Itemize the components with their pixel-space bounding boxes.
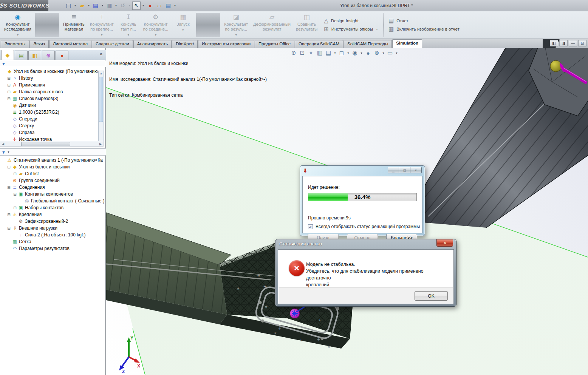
minimize-doc-icon[interactable]: — <box>569 40 577 46</box>
zoom-selection-icon[interactable]: ⌖ <box>307 49 315 56</box>
expand-toggle-icon[interactable]: ⊟ <box>7 213 11 217</box>
close-icon[interactable]: × <box>410 167 422 173</box>
expand-toggle-icon[interactable] <box>7 103 11 108</box>
select-arrow-icon[interactable]: ↖ <box>132 2 141 10</box>
deformed-result-button[interactable]: ▱ Деформированный результат <box>251 12 293 38</box>
sim-item-global-contact[interactable]: ◎ Глобальный контакт (-Связанные-) <box>1 198 105 204</box>
expand-toggle-icon[interactable]: ⊞ <box>13 172 17 176</box>
sim-item-fixtures[interactable]: ⊟ ⚠ Крепления <box>1 211 105 218</box>
include-image-in-report-button[interactable]: ▦ Включить изображение в отчет <box>388 26 462 32</box>
expand-toggle-icon[interactable]: ⊞ <box>7 97 11 101</box>
annotation-note-icon[interactable]: ▱ <box>155 2 163 10</box>
tree-item-front-plane[interactable]: ◇ Спереди <box>1 116 97 122</box>
dropdown-arrow-icon[interactable]: ▼ <box>395 52 398 54</box>
loads-advisor-button[interactable]: ↧ Консуль тант п... ▼ <box>116 12 141 38</box>
tree-item-history[interactable]: ⊞ ◔ History <box>1 75 97 82</box>
tab-solidcam-transitions[interactable]: SolidCAM Переходы <box>344 40 392 48</box>
expand-toggle-icon[interactable] <box>7 117 11 121</box>
tab-sheet-metal[interactable]: Листовой металл <box>49 40 91 48</box>
scroll-up-icon[interactable]: ▲ <box>99 71 104 76</box>
maximize-icon[interactable]: ◻ <box>399 167 410 173</box>
sim-item-mesh[interactable]: ▦ Сетка <box>1 238 105 245</box>
tab-office-products[interactable]: Продукты Office <box>255 40 294 48</box>
undo-icon[interactable]: ↺ <box>119 2 127 10</box>
dropdown-arrow-icon[interactable]: ▼ <box>382 52 385 54</box>
display-style-icon[interactable]: ◉ <box>351 49 359 56</box>
minimize-icon[interactable]: ▁ <box>388 167 399 173</box>
tree-item-top-plane[interactable]: ◇ Сверху <box>1 122 97 129</box>
save-icon[interactable]: ▤ <box>91 2 100 10</box>
sim-item-joint-group[interactable]: ⊛ Группа соединений <box>1 177 105 184</box>
tree-item-sensors[interactable]: ◉ Датчики <box>1 102 97 109</box>
expand-toggle-icon[interactable] <box>7 240 11 244</box>
dropdown-arrow-icon[interactable]: ▼ <box>128 2 132 10</box>
chevron-more-icon[interactable]: » <box>100 51 102 57</box>
fixtures-advisor-button[interactable]: ⌶ Консультант по крепле... ▼ <box>87 12 116 38</box>
dropdown-arrow-icon[interactable]: ▼ <box>333 52 337 54</box>
expand-toggle-icon[interactable]: ⊞ <box>7 76 11 80</box>
split-right-icon[interactable]: ◨ <box>559 40 568 46</box>
expand-toggle-icon[interactable] <box>2 69 6 74</box>
propertymanager-tab[interactable]: ▤ <box>15 51 28 60</box>
checklist-icon[interactable]: ▤ <box>164 2 172 10</box>
always-show-status-checkbox[interactable]: ✓ <box>308 224 313 229</box>
sim-item-external-loads[interactable]: ⊟ ⇓ Внешние нагрузки <box>1 225 105 231</box>
scrollbar-thumb[interactable] <box>21 142 70 146</box>
compare-results-button[interactable]: ◫ Сравнить результаты <box>293 12 320 38</box>
sim-item-fixed-2[interactable]: ⚙ Зафиксированный-2 <box>1 218 105 225</box>
view-orientation-icon[interactable]: ◻ <box>338 49 345 56</box>
tab-dimxpert[interactable]: DimXpert <box>172 40 198 48</box>
dropdown-arrow-icon[interactable]: ▼ <box>114 2 118 10</box>
featuremanager-tab[interactable]: ◆ <box>1 50 14 60</box>
scroll-right-icon[interactable]: ▶ <box>97 142 104 146</box>
configurationmanager-tab[interactable]: ◧ <box>28 51 41 60</box>
scroll-left-icon[interactable]: ◀ <box>0 142 6 146</box>
scene-icon[interactable]: ⊛ <box>373 49 381 56</box>
tree-item-cutlist[interactable]: ⊞ ▦ Список вырезов(3) <box>1 95 97 102</box>
run-button[interactable]: ▦ Запуск ▼ <box>171 12 195 38</box>
tree-horizontal-scrollbar[interactable]: ◀ ▶ <box>0 141 104 147</box>
restore-doc-icon[interactable]: ⊡ <box>578 40 586 46</box>
expand-toggle-icon[interactable]: ⊞ <box>7 90 11 94</box>
tree-vertical-scrollbar[interactable]: ▲ <box>98 71 104 146</box>
divider[interactable] <box>196 13 220 37</box>
camera-view-icon[interactable]: ▭ <box>386 49 394 56</box>
tree-filter-bar[interactable]: ▼ <box>0 60 106 67</box>
design-insight-button[interactable]: △ Design Insight <box>324 17 378 24</box>
ok-button[interactable]: OK <box>415 291 448 301</box>
expand-toggle-icon[interactable]: ⊟ <box>13 192 17 196</box>
traffic-light-icon[interactable]: ● <box>146 2 154 10</box>
tab-solidcam-operation[interactable]: Операция SolidCAM <box>295 40 343 48</box>
sim-item-force-2[interactable]: ↓ Сила-2 (:На объект: 100 kgf:) <box>1 231 105 238</box>
new-document-icon[interactable]: ▢ <box>64 2 73 10</box>
sim-item-cut-list[interactable]: ⊞ ▰ Cut list <box>1 170 105 177</box>
expand-toggle-icon[interactable] <box>7 247 11 251</box>
close-icon[interactable]: × <box>436 239 453 247</box>
report-button[interactable]: ▤ Отчет <box>388 17 462 24</box>
joint-ball[interactable] <box>550 60 562 72</box>
zoom-fit-icon[interactable]: ⊕ <box>290 49 297 56</box>
tab-evaluate[interactable]: Анализировать <box>133 40 172 48</box>
expand-toggle-icon[interactable] <box>13 219 17 224</box>
results-advisor-button[interactable]: ◪ Консультант по резуль... ▼ <box>221 12 251 38</box>
apply-material-button[interactable]: ≣ Применить материал <box>60 12 87 38</box>
expand-toggle-icon[interactable] <box>7 124 11 128</box>
scrollbar-thumb[interactable] <box>99 77 103 122</box>
split-left-icon[interactable]: ◧ <box>550 40 558 46</box>
tab-sketch[interactable]: Эскиз <box>29 40 49 48</box>
plot-tools-button[interactable]: ⊞ Инструменты эпюры ▼ <box>324 26 378 32</box>
tree-item-annotations[interactable]: ⊞ A Примечания <box>1 82 97 88</box>
sim-item-connections[interactable]: ⊟ ≣ Соединения <box>1 184 105 191</box>
dropdown-arrow-icon[interactable]: ▼ <box>87 2 91 10</box>
expand-toggle-icon[interactable]: ⊞ <box>7 83 11 87</box>
expand-toggle-icon[interactable] <box>7 179 11 183</box>
connections-advisor-button[interactable]: ⚙ Консультант по соедине... ▼ <box>141 12 171 38</box>
expand-toggle-icon[interactable] <box>13 233 17 237</box>
sim-item-contact-sets[interactable]: ⊞ ▣ Наборы контактов <box>1 204 105 211</box>
dropdown-arrow-icon[interactable]: ▼ <box>73 2 77 10</box>
expand-toggle-icon[interactable] <box>7 110 11 114</box>
sim-item-result-options[interactable]: ◠ Параметры результатов <box>1 245 105 252</box>
expand-toggle-icon[interactable]: ⊟ <box>7 165 11 169</box>
dropdown-arrow-icon[interactable]: ▼ <box>173 2 177 10</box>
zoom-area-icon[interactable]: ⊡ <box>299 49 306 56</box>
